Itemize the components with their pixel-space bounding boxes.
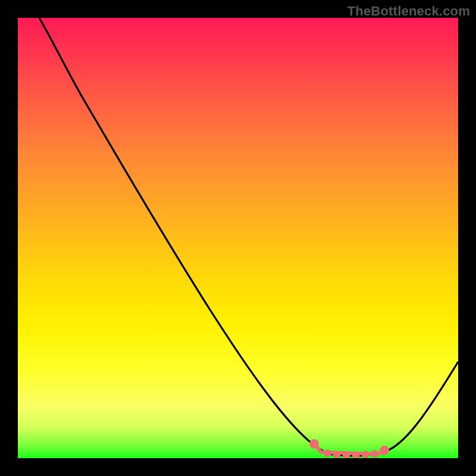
svg-line-4 bbox=[380, 450, 384, 453]
svg-line-1 bbox=[314, 444, 320, 451]
svg-point-10 bbox=[373, 452, 377, 456]
svg-point-7 bbox=[345, 453, 349, 458]
highlight-markers bbox=[311, 441, 387, 458]
svg-point-6 bbox=[335, 453, 339, 457]
svg-point-9 bbox=[364, 453, 368, 457]
chart-frame: TheBottleneck.com bbox=[0, 0, 476, 476]
watermark-text: TheBottleneck.com bbox=[347, 4, 470, 19]
bottleneck-curve bbox=[18, 18, 458, 458]
svg-point-8 bbox=[354, 453, 358, 458]
plot-area bbox=[18, 18, 458, 458]
main-curve-path bbox=[39, 18, 458, 456]
svg-point-5 bbox=[325, 452, 330, 456]
